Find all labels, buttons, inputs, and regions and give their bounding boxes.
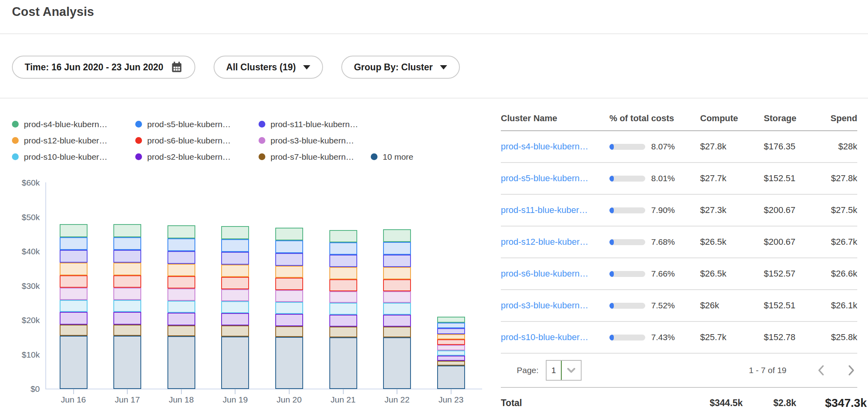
bar-segment[interactable]: [437, 317, 465, 323]
bar-segment[interactable]: [60, 325, 88, 336]
bar-segment[interactable]: [383, 337, 411, 389]
bar-segment[interactable]: [383, 242, 411, 255]
legend-item-10[interactable]: 10 more: [371, 149, 413, 165]
bar-segment[interactable]: [383, 279, 411, 291]
bar-segment[interactable]: [113, 263, 141, 275]
bar-segment[interactable]: [167, 225, 195, 238]
bar-segment[interactable]: [167, 238, 195, 251]
bar-segment[interactable]: [329, 267, 357, 279]
bar-segment[interactable]: [437, 350, 465, 356]
group-by-dropdown[interactable]: Group By: Cluster: [341, 56, 460, 79]
bar-segment[interactable]: [329, 303, 357, 314]
bar-segment[interactable]: [60, 224, 88, 237]
stacked-bar-jun-19[interactable]: [221, 226, 249, 389]
bar-segment[interactable]: [329, 279, 357, 291]
bar-segment[interactable]: [275, 314, 303, 326]
bar-segment[interactable]: [221, 239, 249, 252]
cluster-name-link[interactable]: prod-s3-blue-kubern…: [501, 300, 609, 311]
bar-segment[interactable]: [275, 302, 303, 314]
bar-segment[interactable]: [329, 242, 357, 255]
bar-segment[interactable]: [383, 255, 411, 267]
bar-segment[interactable]: [275, 253, 303, 266]
bar-segment[interactable]: [275, 326, 303, 337]
bar-segment[interactable]: [113, 288, 141, 300]
bar-segment[interactable]: [167, 325, 195, 336]
bar-segment[interactable]: [329, 230, 357, 243]
bar-segment[interactable]: [167, 264, 195, 276]
bar-segment[interactable]: [383, 315, 411, 327]
bar-segment[interactable]: [329, 315, 357, 327]
bar-segment[interactable]: [60, 250, 88, 263]
bar-segment[interactable]: [167, 313, 195, 325]
legend-item-4[interactable]: prod-s12-blue-kuber…: [12, 132, 135, 149]
bar-segment[interactable]: [329, 255, 357, 267]
stacked-bar-jun-16[interactable]: [60, 224, 88, 389]
stacked-bar-jun-23[interactable]: [437, 317, 465, 389]
cluster-name-link[interactable]: prod-s10-blue-kuber…: [501, 332, 609, 343]
bar-segment[interactable]: [113, 224, 141, 237]
time-range-filter-button[interactable]: Time: 16 Jun 2020 - 23 Jun 2020: [12, 56, 195, 79]
bar-segment[interactable]: [437, 345, 465, 350]
bar-segment[interactable]: [113, 325, 141, 336]
bar-segment[interactable]: [167, 336, 195, 389]
cluster-name-link[interactable]: prod-s12-blue-kuber…: [501, 237, 609, 247]
bar-segment[interactable]: [60, 275, 88, 288]
prev-page-button[interactable]: [817, 365, 825, 376]
bar-segment[interactable]: [329, 327, 357, 337]
stacked-bar-jun-22[interactable]: [383, 229, 411, 389]
legend-item-3[interactable]: prod-s11-blue-kubern…: [259, 116, 430, 132]
legend-item-7[interactable]: prod-s10-blue-kuber…: [12, 149, 135, 165]
bar-segment[interactable]: [113, 237, 141, 250]
bar-segment[interactable]: [275, 240, 303, 253]
legend-item-2[interactable]: prod-s5-blue-kubern…: [135, 116, 259, 132]
bar-segment[interactable]: [60, 336, 88, 389]
bar-segment[interactable]: [60, 300, 88, 312]
bar-segment[interactable]: [437, 361, 465, 366]
bar-segment[interactable]: [113, 250, 141, 263]
page-select[interactable]: 1: [546, 360, 582, 381]
legend-item-5[interactable]: prod-s6-blue-kubern…: [135, 132, 259, 149]
bar-segment[interactable]: [60, 312, 88, 325]
cluster-name-link[interactable]: prod-s6-blue-kubern…: [501, 269, 609, 279]
bar-segment[interactable]: [221, 337, 249, 389]
bar-segment[interactable]: [60, 237, 88, 250]
bar-segment[interactable]: [60, 288, 88, 300]
bar-segment[interactable]: [60, 263, 88, 275]
stacked-bar-jun-21[interactable]: [329, 230, 357, 389]
bar-segment[interactable]: [221, 277, 249, 289]
bar-segment[interactable]: [383, 303, 411, 314]
bar-segment[interactable]: [275, 290, 303, 302]
bar-segment[interactable]: [167, 301, 195, 313]
bar-segment[interactable]: [167, 288, 195, 300]
bar-segment[interactable]: [329, 291, 357, 303]
bar-segment[interactable]: [383, 229, 411, 242]
bar-segment[interactable]: [113, 275, 141, 288]
bar-segment[interactable]: [437, 366, 465, 389]
bar-segment[interactable]: [275, 337, 303, 389]
cluster-name-link[interactable]: prod-s5-blue-kubern…: [501, 173, 609, 184]
bar-segment[interactable]: [275, 278, 303, 290]
bar-segment[interactable]: [221, 252, 249, 265]
bar-segment[interactable]: [167, 276, 195, 288]
bar-segment[interactable]: [437, 334, 465, 340]
bar-segment[interactable]: [113, 312, 141, 325]
stacked-bar-jun-18[interactable]: [167, 225, 195, 389]
bar-segment[interactable]: [383, 327, 411, 337]
bar-segment[interactable]: [167, 251, 195, 264]
stacked-bar-jun-17[interactable]: [113, 224, 141, 389]
cluster-name-link[interactable]: prod-s4-blue-kubern…: [501, 141, 609, 152]
bar-segment[interactable]: [437, 328, 465, 334]
legend-item-8[interactable]: prod-s2-blue-kubern…: [135, 149, 259, 165]
bar-segment[interactable]: [221, 301, 249, 313]
legend-item-6[interactable]: prod-s3-blue-kubern…: [259, 132, 430, 149]
cluster-name-link[interactable]: prod-s11-blue-kuber…: [501, 205, 609, 215]
bar-segment[interactable]: [275, 266, 303, 278]
bar-segment[interactable]: [275, 228, 303, 240]
bar-segment[interactable]: [221, 313, 249, 326]
bar-segment[interactable]: [383, 267, 411, 279]
clusters-filter-dropdown[interactable]: All Clusters (19): [214, 56, 323, 79]
bar-segment[interactable]: [437, 356, 465, 361]
bar-segment[interactable]: [221, 325, 249, 336]
bar-segment[interactable]: [113, 336, 141, 389]
stacked-bar-jun-20[interactable]: [275, 228, 303, 389]
